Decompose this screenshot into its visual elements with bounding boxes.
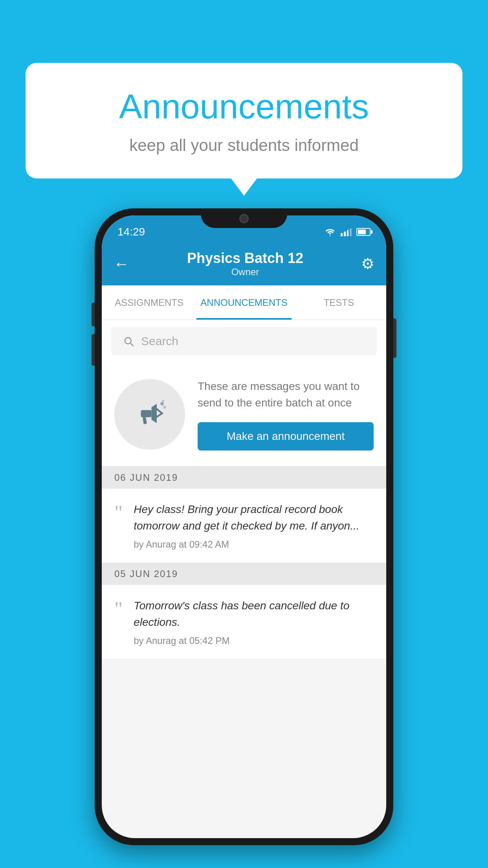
volume-down-button — [92, 334, 95, 366]
tab-assignments[interactable]: ASSIGNMENTS — [102, 285, 196, 320]
announcement-meta-1: by Anurag at 09:42 AM — [134, 539, 374, 550]
svg-point-2 — [163, 406, 166, 408]
app-bar-subtitle: Owner — [129, 267, 361, 278]
back-button[interactable]: ← — [114, 255, 129, 273]
date-label-1: 06 JUN 2019 — [114, 472, 178, 483]
app-bar: ← Physics Batch 12 Owner ⚙ — [102, 242, 386, 285]
announcement-item-1: " Hey class! Bring your practical record… — [102, 489, 386, 563]
announcement-prompt-text: These are messages you want to send to t… — [198, 378, 374, 411]
date-divider-2: 05 JUN 2019 — [102, 563, 386, 585]
speech-bubble-title: Announcements — [57, 86, 431, 127]
status-time: 14:29 — [117, 226, 145, 238]
search-bar[interactable]: Search — [111, 327, 377, 355]
phone-device: 14:29 — [95, 208, 393, 845]
date-divider-1: 06 JUN 2019 — [102, 467, 386, 489]
announcement-icon-circle — [114, 379, 185, 450]
announcement-text-2: Tomorrow's class has been cancelled due … — [134, 598, 374, 631]
search-container: Search — [102, 320, 386, 362]
announcement-text-1: Hey class! Bring your practical record b… — [134, 501, 374, 534]
content-area: Search — [102, 320, 386, 659]
signal-icon — [341, 228, 352, 236]
status-icons — [324, 228, 371, 236]
tab-tests[interactable]: TESTS — [292, 285, 386, 320]
wifi-icon — [324, 228, 336, 236]
search-placeholder: Search — [141, 335, 178, 348]
tabs-bar: ASSIGNMENTS ANNOUNCEMENTS TESTS — [102, 285, 386, 320]
megaphone-icon — [132, 397, 167, 432]
battery-icon — [356, 228, 371, 236]
quote-icon-2: " — [114, 599, 123, 620]
svg-point-1 — [160, 402, 164, 406]
phone-outer-shell: 14:29 — [95, 208, 393, 845]
svg-rect-0 — [141, 410, 152, 417]
announcement-content-2: Tomorrow's class has been cancelled due … — [134, 598, 374, 646]
quote-icon-1: " — [114, 503, 123, 523]
app-bar-title: Physics Batch 12 — [129, 250, 361, 267]
speech-bubble: Announcements keep all your students inf… — [26, 63, 462, 178]
svg-point-3 — [162, 400, 164, 402]
date-label-2: 05 JUN 2019 — [114, 568, 178, 579]
search-icon — [122, 335, 135, 348]
phone-screen: 14:29 — [102, 215, 386, 838]
power-button — [393, 318, 396, 358]
announcement-item-2: " Tomorrow's class has been cancelled du… — [102, 585, 386, 659]
phone-notch — [201, 208, 287, 228]
make-announcement-button[interactable]: Make an announcement — [198, 422, 374, 451]
settings-icon[interactable]: ⚙ — [361, 255, 374, 272]
speech-bubble-area: Announcements keep all your students inf… — [26, 63, 462, 178]
announcement-meta-2: by Anurag at 05:42 PM — [134, 635, 374, 646]
tab-announcements[interactable]: ANNOUNCEMENTS — [196, 285, 291, 320]
speech-bubble-subtitle: keep all your students informed — [57, 136, 431, 155]
announcement-content-1: Hey class! Bring your practical record b… — [134, 501, 374, 550]
app-bar-title-container: Physics Batch 12 Owner — [129, 250, 361, 278]
announcement-prompt: These are messages you want to send to t… — [102, 362, 386, 467]
volume-up-button — [92, 303, 95, 326]
announcement-prompt-content: These are messages you want to send to t… — [198, 378, 374, 451]
front-camera — [239, 214, 249, 223]
